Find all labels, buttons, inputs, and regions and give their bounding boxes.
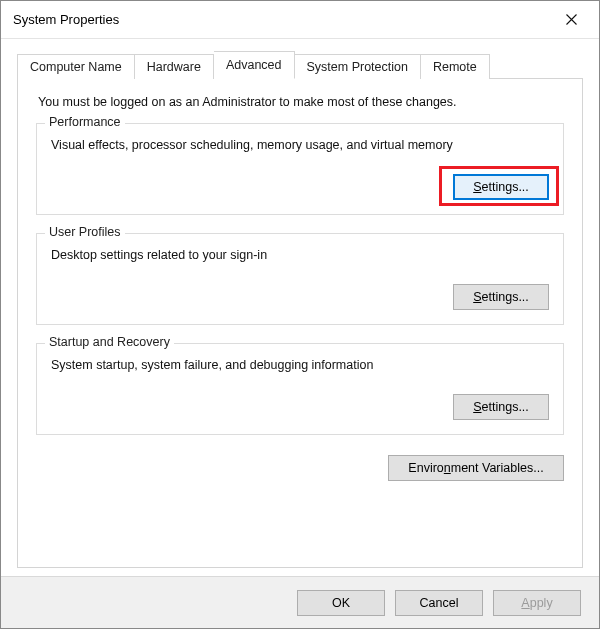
admin-notice: You must be logged on as an Administrato… xyxy=(38,95,564,109)
startup-recovery-desc: System startup, system failure, and debu… xyxy=(51,358,549,372)
user-profiles-settings-button[interactable]: Settings... xyxy=(453,284,549,310)
client-area: Computer Name Hardware Advanced System P… xyxy=(1,39,599,576)
dialog-buttons: OK Cancel Apply xyxy=(1,576,599,628)
close-button[interactable] xyxy=(549,5,593,35)
environment-variables-button[interactable]: Environment Variables... xyxy=(388,455,564,481)
env-vars-row: Environment Variables... xyxy=(36,455,564,481)
performance-desc: Visual effects, processor scheduling, me… xyxy=(51,138,549,152)
window-title: System Properties xyxy=(13,12,549,27)
tab-hardware[interactable]: Hardware xyxy=(135,54,214,79)
close-icon xyxy=(566,14,577,25)
tab-computer-name[interactable]: Computer Name xyxy=(17,54,135,79)
advanced-tabpage: You must be logged on as an Administrato… xyxy=(17,79,583,568)
titlebar: System Properties xyxy=(1,1,599,39)
performance-group: Performance Visual effects, processor sc… xyxy=(36,123,564,215)
ok-button[interactable]: OK xyxy=(297,590,385,616)
tab-advanced[interactable]: Advanced xyxy=(214,51,295,79)
tab-system-protection[interactable]: System Protection xyxy=(295,54,421,79)
performance-legend: Performance xyxy=(45,115,125,129)
system-properties-window: System Properties Computer Name Hardware… xyxy=(0,0,600,629)
startup-recovery-settings-button[interactable]: Settings... xyxy=(453,394,549,420)
cancel-button[interactable]: Cancel xyxy=(395,590,483,616)
apply-button[interactable]: Apply xyxy=(493,590,581,616)
user-profiles-group: User Profiles Desktop settings related t… xyxy=(36,233,564,325)
tab-remote[interactable]: Remote xyxy=(421,54,490,79)
tabstrip: Computer Name Hardware Advanced System P… xyxy=(17,51,583,79)
user-profiles-desc: Desktop settings related to your sign-in xyxy=(51,248,549,262)
annotation-highlight xyxy=(439,166,559,206)
user-profiles-legend: User Profiles xyxy=(45,225,125,239)
startup-recovery-legend: Startup and Recovery xyxy=(45,335,174,349)
startup-recovery-group: Startup and Recovery System startup, sys… xyxy=(36,343,564,435)
